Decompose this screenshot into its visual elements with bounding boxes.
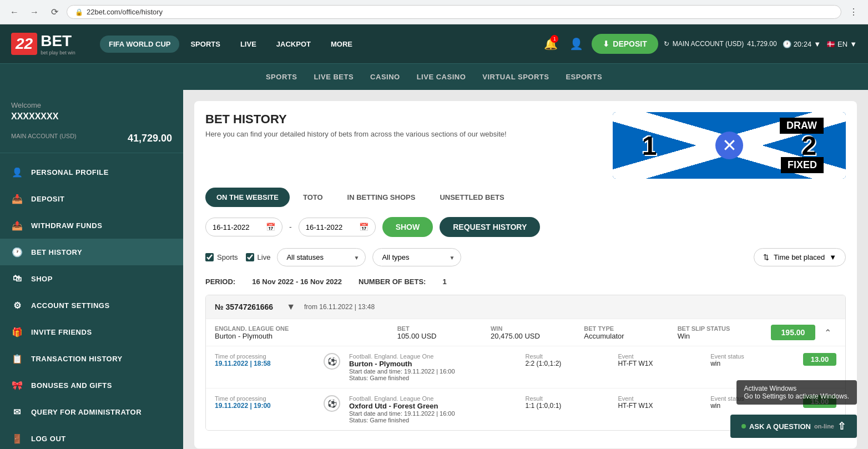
sports-checkbox-label[interactable]: Sports [205, 253, 238, 261]
sidebar-item-invite-friends[interactable]: 🎁 INVITE FRIENDS [0, 319, 183, 345]
browser-chrome: ← → ⟳ 🔒 22bet.com/office/history ⋮ [0, 0, 868, 24]
bet-value: 105.00 USD [397, 332, 486, 340]
online-dot [741, 424, 746, 428]
sidebar-account-label: MAIN ACCOUNT (USD) [11, 133, 77, 144]
sub-event-2: Event HT-FT W1X [618, 395, 702, 410]
bet-cols-header: ENGLAND. LEAGUE ONE Burton - Plymouth BE… [206, 319, 845, 346]
calendar-to-icon[interactable]: 📅 [359, 223, 369, 231]
content-area: BET HISTORY Here you can find your detai… [183, 90, 868, 449]
sidebar-item-personal-profile[interactable]: 👤 PERSONAL PROFILE [0, 159, 183, 185]
tab-toto[interactable]: TOTO [292, 188, 334, 207]
event-label-1: Event [618, 353, 702, 360]
bet-history-card: BET HISTORY Here you can find your detai… [194, 101, 857, 448]
logout-icon: 🚪 [11, 432, 23, 445]
bet-from-time: 13:48 [358, 303, 375, 311]
withdraw-icon: 📤 [11, 219, 23, 231]
deposit-sidebar-icon: 📥 [11, 193, 23, 205]
match-name: Burton - Plymouth [215, 332, 393, 340]
win-value: 20,475.00 USD [491, 332, 579, 340]
sidebar-item-transaction-history[interactable]: 📋 TRANSACTION HISTORY [0, 345, 183, 372]
forward-button[interactable]: → [27, 4, 42, 20]
transaction-history-icon: 📋 [11, 352, 23, 365]
processing-date-2: 19.11.2022 | 19:00 [215, 402, 315, 410]
lang-info[interactable]: 🇩🇰 EN ▼ [826, 40, 857, 48]
tab-in-betting-shops[interactable]: IN BETTING SHOPS [336, 188, 427, 207]
sub-nav-live-casino[interactable]: LIVE CASINO [417, 70, 466, 83]
sidebar-item-shop[interactable]: 🛍 SHOP [0, 265, 183, 292]
bet-slip-header: BET SLIP STATUS [678, 325, 766, 332]
sidebar-username: XXXXXXXX [11, 112, 172, 122]
bet-tabs: ON THE WEBSITE TOTO IN BETTING SHOPS UNS… [205, 188, 846, 207]
refresh-button[interactable]: ⟳ [47, 4, 62, 20]
sidebar-item-account-settings[interactable]: ⚙ ACCOUNT SETTINGS [0, 292, 183, 319]
match-detail-2: Start date and time: 19.11.2022 | 16:00 [349, 410, 517, 417]
sidebar-item-query-administrator[interactable]: ✉ QUERY FOR ADMINISTRATOR [0, 398, 183, 425]
filter-row-dates: 📅 - 📅 SHOW REQUEST HISTORY [205, 217, 846, 237]
processing-date-1: 19.11.2022 | 18:58 [215, 360, 315, 367]
user-button[interactable]: 👤 [566, 34, 586, 54]
live-checkbox[interactable] [246, 253, 254, 261]
sidebar-personal-profile-label: PERSONAL PROFILE [31, 168, 109, 176]
date-to-input[interactable] [306, 223, 356, 231]
sidebar-item-withdraw[interactable]: 📤 WITHDRAW FUNDS [0, 212, 183, 239]
main-nav: FIFA WORLD CUP SPORTS LIVE JACKPOT MORE [100, 36, 529, 53]
nav-sports[interactable]: SPORTS [181, 36, 229, 53]
status-filter-select[interactable]: All statuses [277, 248, 366, 266]
sidebar-account-settings-label: ACCOUNT SETTINGS [31, 301, 110, 310]
sub-nav-virtual-sports[interactable]: VIRTUAL SPORTS [482, 70, 549, 83]
browser-menu-button[interactable]: ⋮ [846, 4, 861, 20]
sidebar-welcome: Welcome XXXXXXXX [0, 90, 183, 127]
calendar-from-icon[interactable]: 📅 [266, 223, 275, 231]
nav-jackpot[interactable]: JACKPOT [268, 36, 320, 53]
account-settings-icon: ⚙ [11, 299, 23, 311]
nav-fifa-world-cup[interactable]: FIFA WORLD CUP [100, 36, 179, 53]
back-button[interactable]: ← [7, 4, 22, 20]
request-history-button[interactable]: REQUEST HISTORY [440, 217, 540, 237]
sub-nav-casino[interactable]: CASINO [370, 70, 400, 83]
sub-nav-live-bets[interactable]: LIVE BETS [314, 70, 354, 83]
sort-button[interactable]: ⇅ Time bet placed ▼ [754, 248, 846, 266]
sidebar-item-bonuses-gifts[interactable]: 🎀 BONUSES AND GIFTS [0, 372, 183, 398]
tab-unsettled-bets[interactable]: UNSETTLED BETS [428, 188, 515, 207]
logo-text: BET bet play bet win [41, 32, 75, 56]
sidebar-deposit-label: DEPOSIT [31, 195, 65, 203]
tab-on-the-website[interactable]: ON THE WEBSITE [205, 188, 290, 207]
url-bar[interactable]: 🔒 22bet.com/office/history [67, 5, 841, 19]
deposit-icon: ⬇ [603, 39, 609, 48]
date-separator: - [289, 223, 292, 231]
nav-more[interactable]: MORE [322, 36, 361, 53]
sub-match-name-1: Burton - Plymouth [349, 360, 517, 368]
logo-area[interactable]: 22 BET bet play bet win [11, 32, 89, 56]
date-to-wrap[interactable]: 📅 [299, 218, 376, 236]
deposit-button[interactable]: ⬇ DEPOSIT [592, 34, 658, 54]
collapse-button[interactable]: ⌃ [820, 327, 836, 338]
bet-number: № 35747261666 [215, 302, 273, 311]
sub-nav-esports[interactable]: ESPORTS [566, 70, 602, 83]
sub-status-2: Event status win [710, 395, 794, 410]
expand-button[interactable]: ▼ [286, 302, 295, 312]
result-value-1: 2:2 (1:0,1:2) [526, 360, 609, 367]
account-label: MAIN ACCOUNT (USD) [673, 40, 744, 48]
sports-checkbox[interactable] [205, 253, 214, 261]
period-info: PERIOD: 16 Nov 2022 - 16 Nov 2022 NUMBER… [205, 278, 846, 286]
sidebar-item-deposit[interactable]: 📥 DEPOSIT [0, 185, 183, 212]
date-from-input[interactable] [213, 223, 263, 231]
ask-question-button[interactable]: ASK A QUESTION on-line ⇧ [730, 415, 857, 438]
notification-button[interactable]: 🔔 1 [541, 34, 561, 54]
period-value: 16 Nov 2022 - 16 Nov 2022 [252, 278, 342, 286]
sub-nav-sports[interactable]: SPORTS [266, 70, 297, 83]
date-from-wrap[interactable]: 📅 [205, 218, 282, 236]
sidebar-item-logout[interactable]: 🚪 LOG OUT [0, 425, 183, 449]
nav-live[interactable]: LIVE [231, 36, 265, 53]
sidebar-menu: 👤 PERSONAL PROFILE 📥 DEPOSIT 📤 WITHDRAW … [0, 153, 183, 449]
type-filter-wrap[interactable]: All types [372, 248, 461, 266]
event-status-label-2: Event status [710, 395, 794, 402]
type-filter-select[interactable]: All types [372, 248, 461, 266]
status-filter-wrap[interactable]: All statuses [277, 248, 366, 266]
banner-draw-text: DRAW [780, 118, 824, 134]
sidebar-item-bet-history[interactable]: 🕐 BET HISTORY [0, 239, 183, 265]
live-checkbox-label[interactable]: Live [246, 253, 271, 261]
page-subtitle: Here you can find your detailed history … [205, 130, 507, 138]
show-button[interactable]: SHOW [382, 217, 433, 237]
event-value-1: HT-FT W1X [618, 360, 702, 367]
